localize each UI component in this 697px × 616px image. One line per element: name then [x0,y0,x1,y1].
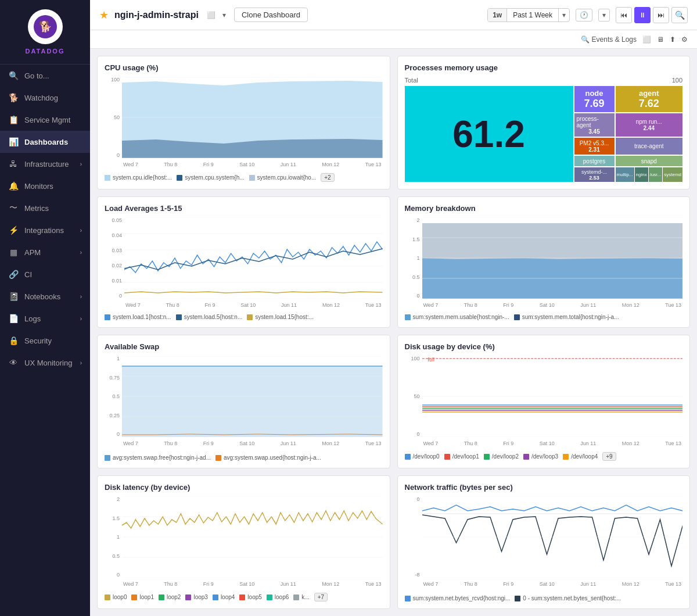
events-logs-link[interactable]: 🔍 Events & Logs [581,35,637,44]
cpu-usage-panel: CPU usage (%) 100 50 0 [97,56,390,189]
treemap-process-agent: process-agent 3.45 [574,113,615,137]
sidebar-item-security[interactable]: 🔒 Security [0,330,90,352]
cpu-svg-area: Wed 7Thu 8Fri 9Sat 10Jun 11Mon 12Tue 13 [122,77,383,170]
sidebar-item-logs[interactable]: 📄 Logs › [0,307,90,330]
rewind-button[interactable]: ⏮ [616,7,632,23]
legend-mem-total: sum:system.mem.total{host:ngin-j-a... [514,314,619,320]
datadog-logo: 🐕 [28,9,63,44]
sidebar-item-ci[interactable]: 🔗 CI [0,263,90,285]
load-averages-panel: Load Averages 1-5-15 0.05 0.04 0.03 0.02… [97,196,390,328]
sidebar-item-monitors[interactable]: 🔔 Monitors [0,175,90,197]
sidebar-item-notebooks[interactable]: 📓 Notebooks › [0,285,90,307]
legend-dot-swap-free [105,455,110,461]
legend-dot-rcvd [405,596,411,601]
total-value: 100 [672,77,682,84]
treemap-pm2: PM2 v5.3... 2.31 [574,138,615,155]
infrastructure-icon: 🖧 [8,159,19,169]
legend-loop1: /dev/loop1 [444,452,479,461]
sidebar-label-security: Security [24,336,52,345]
sidebar-item-metrics[interactable]: 〜 Metrics [0,197,90,219]
legend-dot-loop2 [484,454,490,460]
legend-load5: system.load.5{host:n... [176,314,243,320]
memory-x-labels: Wed 7Thu 8Fri 9Sat 10Jun 11Mon 12Tue 13 [422,302,683,308]
legend-dot-load1 [105,314,110,320]
grid-icon[interactable]: ⬜ [642,35,651,44]
logs-icon: 📄 [8,313,19,324]
swap-legend: avg:system.swap.free{host:ngin-j-ad... a… [105,454,383,461]
time-range-selector[interactable]: 1w Past 1 Week ▾ [487,8,570,22]
favorite-star-icon[interactable]: ★ [99,9,109,22]
processes-memory-panel: Processes memory usage Total 100 61.2 no… [397,56,691,189]
treemap-total-area: Total 100 [405,77,683,84]
disk-full-label: full [428,357,435,363]
dashboard-grid: CPU usage (%) 100 50 0 [90,49,697,616]
search-events-icon: 🔍 [581,35,590,44]
legend-dot-dsk-loop0 [105,594,110,600]
legend-loop4: /dev/loop4 [563,452,598,461]
cpu-chart-area: 100 50 0 Wed [105,77,383,170]
sidebar-label-logs: Logs [24,314,41,323]
edit-icon[interactable]: ⬜ [204,10,218,20]
notebooks-icon: 📓 [8,291,19,302]
legend-dot-system [177,175,182,181]
export-icon[interactable]: ⬆ [670,35,676,44]
sidebar-label-apm: APM [24,248,41,257]
memory-svg-area: Wed 7Thu 8Fri 9Sat 10Jun 11Mon 12Tue 13 [422,217,683,310]
legend-dot-loop3 [523,454,529,460]
swap-x-labels: Wed 7Thu 8Fri 9Sat 10Jun 11Mon 12Tue 13 [122,440,383,446]
sidebar-item-ux-monitoring[interactable]: 👁 UX Monitoring › [0,352,90,374]
legend-dot-iowait [249,175,255,181]
legend-dot-load15 [247,314,253,320]
sidebar-item-dashboards[interactable]: 📊 Dashboards [0,131,90,153]
time-range-expand-icon[interactable]: ▾ [558,9,569,22]
sidebar-label-goto: Go to... [24,71,49,80]
sidebar-item-infrastructure[interactable]: 🖧 Infrastructure › [0,153,90,175]
network-panel-title: Network traffic (bytes per sec) [405,483,683,492]
sidebar-label-dashboards: Dashboards [24,138,68,146]
legend-loop3: /dev/loop3 [523,452,558,461]
dropdown-icon[interactable]: ▾ [220,10,228,20]
cpu-y-0: 0 [105,152,120,158]
disk-usage-panel: Disk usage by device (%) 100 50 0 full [397,335,691,468]
sidebar-item-apm[interactable]: ▦ APM › [0,241,90,263]
sidebar-item-service-mgmt[interactable]: 📋 Service Mgmt [0,109,90,131]
sidebar: 🐕 DATADOG 🔍 Go to... 🐕 Watchdog 📋 Servic… [0,0,90,616]
time-range-text: Past 1 Week [507,9,558,22]
forward-button[interactable]: ⏭ [653,7,669,23]
pause-button[interactable]: ⏸ [634,7,651,23]
timezone-dropdown-icon[interactable]: ▾ [598,9,610,22]
disk-latency-overflow-badge[interactable]: +7 [314,593,328,601]
title-actions: ⬜ ▾ [204,10,228,20]
legend-mem-usable: sum:system.mem.usable{host:ngin-... [405,314,509,320]
disk-usage-overflow-badge[interactable]: +9 [602,452,616,461]
disk-usage-x-labels: Wed 7Thu 8Fri 9Sat 10Jun 11Mon 12Tue 13 [422,440,683,446]
metrics-icon: 〜 [8,203,19,213]
sidebar-item-watchdog[interactable]: 🐕 Watchdog [0,87,90,109]
goto-icon: 🔍 [8,70,19,81]
swap-svg-area: Wed 7Thu 8Fri 9Sat 10Jun 11Mon 12Tue 13 [122,356,383,451]
clone-dashboard-button[interactable]: Clone Dashboard [234,8,308,22]
monitor-icon[interactable]: 🖥 [657,35,664,44]
chevron-right-icon-int: › [80,227,82,234]
chevron-right-icon: › [80,161,82,167]
sidebar-item-goto[interactable]: 🔍 Go to... [0,65,90,87]
treemap-trace-agent: trace-agent [616,138,683,155]
zoom-button[interactable]: 🔍 [671,7,688,23]
treemap-systemd: systemd-... 2.53 [574,167,615,182]
settings-icon[interactable]: ⚙ [681,35,688,44]
treemap-multip: multip... [616,167,634,182]
swap-chart-area: 1 0.75 0.5 0.25 0 [105,356,383,451]
legend-dot-dsk-loop2 [159,594,164,600]
service-mgmt-icon: 📋 [8,114,19,125]
sidebar-label-watchdog: Watchdog [24,94,58,102]
sidebar-label-service-mgmt: Service Mgmt [24,116,70,124]
legend-loop0: /dev/loop0 [405,452,440,461]
sidebar-item-integrations[interactable]: ⚡ Integrations › [0,219,90,241]
legend-swap-used: avg:system.swap.used{host:ngin-j-a... [215,454,321,461]
disk-latency-title: Disk latency (by device) [105,483,383,492]
legend-load15: system.load.15{host:... [247,314,314,320]
legend-overflow-badge[interactable]: +2 [321,173,334,182]
timezone-icon[interactable]: 🕐 [576,9,592,22]
legend-loop2: /dev/loop2 [484,452,519,461]
disk-latency-chart-area: 2 1.5 1 0.5 0 [105,496,383,589]
